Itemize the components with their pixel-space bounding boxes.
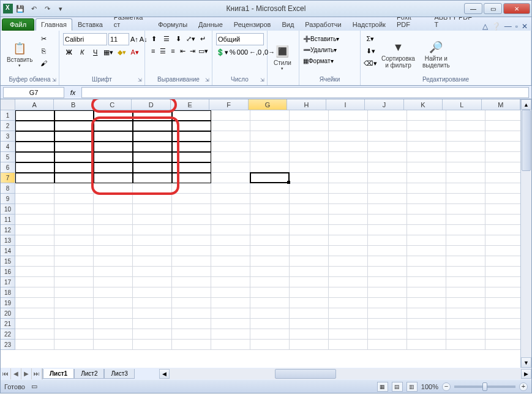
cell-L12[interactable] [446, 225, 485, 235]
column-header-L[interactable]: L [443, 99, 481, 110]
cell-K10[interactable] [407, 204, 446, 215]
find-select-button[interactable]: 🔎 Найти и выделить [420, 33, 452, 75]
font-size-select[interactable] [108, 33, 129, 45]
cell-H5[interactable] [290, 152, 329, 162]
cell-D1[interactable] [133, 110, 172, 121]
cell-D5[interactable] [133, 152, 172, 162]
cell-B3[interactable] [54, 131, 94, 142]
cell-D18[interactable] [133, 287, 172, 298]
align-middle-button[interactable]: ☰ [161, 33, 172, 44]
increase-decimal-button[interactable]: ←,0 [249, 47, 261, 58]
vertical-scrollbar[interactable]: ▲ ▼ [520, 99, 531, 368]
cell-M16[interactable] [485, 267, 525, 277]
cell-E17[interactable] [172, 277, 211, 287]
cell-J13[interactable] [368, 235, 407, 246]
cell-H19[interactable] [290, 298, 329, 308]
cell-L21[interactable] [446, 319, 485, 329]
cell-I3[interactable] [329, 131, 368, 142]
cell-F6[interactable] [211, 162, 250, 173]
cell-M20[interactable] [485, 308, 525, 319]
cell-G8[interactable] [250, 183, 290, 194]
cell-B10[interactable] [54, 204, 94, 215]
cell-E15[interactable] [172, 256, 211, 267]
cell-G5[interactable] [250, 152, 290, 162]
zoom-level[interactable]: 100% [421, 383, 438, 390]
cell-G2[interactable] [250, 121, 290, 131]
cell-I22[interactable] [329, 329, 368, 340]
cell-K8[interactable] [407, 183, 446, 194]
cell-L13[interactable] [446, 235, 485, 246]
cell-A22[interactable] [15, 329, 54, 340]
cell-D12[interactable] [133, 225, 172, 235]
wb-minimize-icon[interactable]: — [504, 22, 512, 31]
cell-C5[interactable] [94, 152, 133, 162]
cell-E3[interactable] [172, 131, 211, 142]
cell-C4[interactable] [94, 142, 133, 152]
cell-K18[interactable] [407, 287, 446, 298]
scroll-left-button[interactable]: ◀ [159, 369, 170, 379]
cell-M3[interactable] [485, 131, 525, 142]
cell-E10[interactable] [172, 204, 211, 215]
cell-C15[interactable] [94, 256, 133, 267]
cell-J19[interactable] [368, 298, 407, 308]
merge-button[interactable]: ▭▾ [198, 45, 208, 56]
cell-C20[interactable] [94, 308, 133, 319]
cell-J14[interactable] [368, 246, 407, 256]
cell-G15[interactable] [250, 256, 290, 267]
cell-L18[interactable] [446, 287, 485, 298]
format-painter-button[interactable]: 🖌 [37, 58, 50, 69]
cell-J7[interactable] [368, 173, 407, 183]
help-icon[interactable]: ❔ [492, 22, 501, 31]
tab-formulas[interactable]: Формулы [152, 18, 193, 31]
cell-J8[interactable] [368, 183, 407, 194]
cell-A16[interactable] [15, 267, 54, 277]
cell-B4[interactable] [54, 142, 94, 152]
cell-K20[interactable] [407, 308, 446, 319]
cell-G9[interactable] [250, 194, 290, 204]
cell-F17[interactable] [211, 277, 250, 287]
tab-review[interactable]: Рецензиров [228, 18, 277, 31]
row-header-13[interactable]: 13 [1, 235, 15, 246]
cell-M17[interactable] [485, 277, 525, 287]
cell-M1[interactable] [485, 110, 525, 121]
cell-F15[interactable] [211, 256, 250, 267]
column-header-I[interactable]: I [326, 99, 365, 110]
cell-B1[interactable] [54, 110, 94, 121]
sheet-nav-first[interactable]: ⏮ [1, 368, 11, 379]
column-header-J[interactable]: J [365, 99, 403, 110]
column-header-M[interactable]: M [482, 99, 520, 110]
row-header-14[interactable]: 14 [1, 246, 15, 256]
clear-button[interactable]: ⌫▾ [364, 58, 377, 69]
cell-H16[interactable] [290, 267, 329, 277]
cell-I11[interactable] [329, 215, 368, 225]
insert-cells-button[interactable]: ➕ Вставить ▾ [303, 33, 339, 44]
tab-addins[interactable]: Надстройк [347, 18, 391, 31]
cell-G10[interactable] [250, 204, 290, 215]
cell-H11[interactable] [290, 215, 329, 225]
cell-L4[interactable] [446, 142, 485, 152]
cell-M7[interactable] [485, 173, 525, 183]
cell-I15[interactable] [329, 256, 368, 267]
cell-K23[interactable] [407, 340, 446, 350]
cell-A2[interactable] [15, 121, 54, 131]
cell-G14[interactable] [250, 246, 290, 256]
cell-A19[interactable] [15, 298, 54, 308]
row-header-3[interactable]: 3 [1, 131, 15, 142]
cell-A13[interactable] [15, 235, 54, 246]
cell-D6[interactable] [133, 162, 172, 173]
cell-M15[interactable] [485, 256, 525, 267]
align-launcher-icon[interactable]: ⇲ [205, 77, 209, 83]
cell-B7[interactable] [54, 173, 94, 183]
cell-C12[interactable] [94, 225, 133, 235]
cell-C1[interactable] [94, 110, 133, 121]
align-center-button[interactable]: ☰ [159, 45, 167, 56]
cell-G4[interactable] [250, 142, 290, 152]
font-color-button[interactable]: A▾ [129, 47, 141, 58]
sheet-tab-2[interactable]: Лист2 [74, 369, 104, 379]
cell-B17[interactable] [54, 277, 94, 287]
wb-close-icon[interactable]: ✕ [522, 22, 528, 31]
clipboard-launcher-icon[interactable]: ⇲ [52, 77, 56, 83]
cell-F8[interactable] [211, 183, 250, 194]
row-header-10[interactable]: 10 [1, 204, 15, 215]
column-header-G[interactable]: G [249, 99, 287, 110]
